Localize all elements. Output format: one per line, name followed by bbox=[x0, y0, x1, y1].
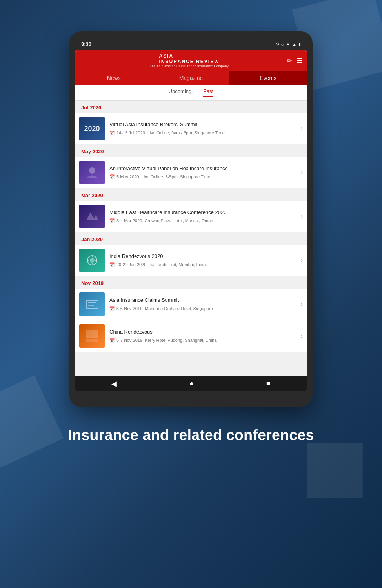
month-label: Nov 2019 bbox=[75, 276, 307, 289]
month-section-nov2019: Nov 2019 Asia Insurance Claims Summit 📅 bbox=[75, 276, 307, 352]
wifi-icon: ▼ bbox=[286, 42, 290, 47]
event-info: Virtual Asia Insurance Brokers' Summit 📅… bbox=[109, 122, 298, 136]
event-info: China Rendezvous 📅 5-7 Nov 2019, Kerry H… bbox=[109, 329, 298, 343]
event-info: Middle East Healthcare Insurance Confere… bbox=[109, 209, 298, 223]
event-thumbnail bbox=[79, 249, 105, 272]
event-title: An Interactive Virtual Panel on Healthca… bbox=[109, 165, 298, 172]
sub-tab-past[interactable]: Past bbox=[203, 88, 213, 97]
svg-rect-3 bbox=[86, 300, 98, 308]
calendar-icon: 📅 bbox=[109, 338, 115, 343]
event-thumbnail bbox=[79, 205, 105, 228]
navigation-bar: ◀ ● ■ bbox=[75, 376, 307, 391]
chevron-right-icon: › bbox=[301, 257, 303, 264]
app-logo: ASIAINSURANCE REVIEW The Asia-Pacific Re… bbox=[92, 53, 287, 68]
app-screen: ASIAINSURANCE REVIEW The Asia-Pacific Re… bbox=[75, 50, 307, 391]
chevron-right-icon: › bbox=[301, 213, 303, 220]
svg-rect-5 bbox=[88, 305, 94, 306]
chevron-right-icon: › bbox=[301, 332, 303, 339]
calendar-icon: 📅 bbox=[109, 262, 115, 267]
battery-icon: ▮ bbox=[298, 42, 301, 47]
event-title: Middle East Healthcare Insurance Confere… bbox=[109, 209, 298, 216]
event-thumbnail: 2020 bbox=[79, 117, 105, 140]
nav-tabs: News Magazine Events bbox=[75, 71, 307, 85]
event-date: 📅 20-22 Jan 2020, Taj Lands End, Mumbai,… bbox=[109, 262, 298, 267]
event-thumbnail bbox=[79, 292, 105, 316]
chevron-right-icon: › bbox=[301, 301, 303, 308]
sub-tab-upcoming[interactable]: Upcoming bbox=[169, 88, 192, 97]
month-section-may2020: May 2020 An Interactive Virtual Panel on… bbox=[75, 145, 307, 188]
header-icons: ✏ ☰ bbox=[287, 57, 302, 64]
app-logo-subtitle: The Asia-Pacific Reinsurance Insurance C… bbox=[150, 64, 229, 68]
back-button[interactable]: ◀ bbox=[111, 379, 117, 388]
calendar-icon: 📅 bbox=[109, 131, 115, 136]
nav-tab-news[interactable]: News bbox=[75, 71, 153, 85]
app-header: ASIAINSURANCE REVIEW The Asia-Pacific Re… bbox=[75, 50, 307, 71]
event-date: 📅 5-7 Nov 2019, Kerry Hotel Pudong, Shan… bbox=[109, 338, 298, 343]
cast-icon: ⌾ bbox=[281, 42, 284, 47]
svg-point-0 bbox=[89, 167, 95, 174]
svg-rect-4 bbox=[88, 302, 96, 303]
location-icon: ⊙ bbox=[276, 42, 279, 47]
svg-rect-6 bbox=[86, 330, 98, 338]
month-section-jan2020: Jan 2020 India Rendezvous 2020 📅 bbox=[75, 232, 307, 276]
event-list: Jul 2020 2020 Virtual Asia Insurance Bro… bbox=[75, 101, 307, 376]
month-label: Jan 2020 bbox=[75, 232, 307, 245]
recent-button[interactable]: ■ bbox=[266, 379, 271, 388]
home-button[interactable]: ● bbox=[189, 379, 194, 388]
calendar-icon: 📅 bbox=[109, 174, 115, 180]
menu-icon[interactable]: ☰ bbox=[297, 57, 302, 64]
event-card[interactable]: India Rendezvous 2020 📅 20-22 Jan 2020, … bbox=[75, 245, 307, 276]
month-section-jul2020: Jul 2020 2020 Virtual Asia Insurance Bro… bbox=[75, 101, 307, 144]
month-label: Mar 2020 bbox=[75, 189, 307, 201]
month-label: Jul 2020 bbox=[75, 101, 307, 113]
event-title: China Rendezvous bbox=[109, 329, 298, 336]
calendar-icon: 📅 bbox=[109, 218, 115, 223]
event-title: Virtual Asia Insurance Brokers' Summit bbox=[109, 122, 298, 128]
event-title: Asia Insurance Claims Summit bbox=[109, 297, 298, 304]
event-card[interactable]: 2020 Virtual Asia Insurance Brokers' Sum… bbox=[75, 113, 307, 144]
svg-rect-7 bbox=[86, 339, 98, 342]
event-date: 📅 3-4 Mar 2020, Crowne Plaza Hotel, Musc… bbox=[109, 218, 298, 223]
event-info: An Interactive Virtual Panel on Healthca… bbox=[109, 165, 298, 180]
nav-tab-magazine[interactable]: Magazine bbox=[153, 71, 230, 85]
event-date: 📅 5 May 2020, Live Online, 3-5pm, Singap… bbox=[109, 174, 298, 180]
event-thumbnail bbox=[79, 324, 105, 348]
event-info: Asia Insurance Claims Summit 📅 5-6 Nov 2… bbox=[109, 297, 298, 311]
status-time: 3:30 bbox=[81, 41, 91, 47]
month-section-mar2020: Mar 2020 Middle East Healthcare Insuranc… bbox=[75, 189, 307, 232]
event-card[interactable]: Middle East Healthcare Insurance Confere… bbox=[75, 201, 307, 232]
chevron-right-icon: › bbox=[301, 169, 303, 176]
calendar-icon: 📅 bbox=[109, 306, 115, 311]
event-card[interactable]: Asia Insurance Claims Summit 📅 5-6 Nov 2… bbox=[75, 289, 307, 320]
signal-icon: ▲ bbox=[292, 42, 297, 47]
sub-tabs: Upcoming Past bbox=[75, 85, 307, 101]
tablet-device: 3:30 ⊙ ⌾ ▼ ▲ ▮ ASIAINSURANCE REVIEW The … bbox=[69, 31, 313, 407]
nav-tab-events[interactable]: Events bbox=[229, 71, 307, 85]
status-bar: 3:30 ⊙ ⌾ ▼ ▲ ▮ bbox=[75, 39, 307, 50]
event-card[interactable]: An Interactive Virtual Panel on Healthca… bbox=[75, 157, 307, 188]
event-title: India Rendezvous 2020 bbox=[109, 253, 298, 260]
event-date: 📅 5-6 Nov 2019, Mandarin Orchard Hotel, … bbox=[109, 306, 298, 311]
month-label: May 2020 bbox=[75, 145, 307, 157]
event-info: India Rendezvous 2020 📅 20-22 Jan 2020, … bbox=[109, 253, 298, 267]
event-thumbnail bbox=[79, 161, 105, 184]
chevron-right-icon: › bbox=[301, 125, 303, 132]
svg-point-2 bbox=[90, 258, 95, 263]
event-card[interactable]: China Rendezvous 📅 5-7 Nov 2019, Kerry H… bbox=[75, 320, 307, 352]
status-icons: ⊙ ⌾ ▼ ▲ ▮ bbox=[276, 42, 301, 47]
edit-icon[interactable]: ✏ bbox=[287, 57, 292, 64]
page-tagline: Insurance and related conferences bbox=[52, 415, 329, 456]
event-date: 📅 14-15 Jul 2020, Live Online, 9am - 6pm… bbox=[109, 131, 298, 136]
